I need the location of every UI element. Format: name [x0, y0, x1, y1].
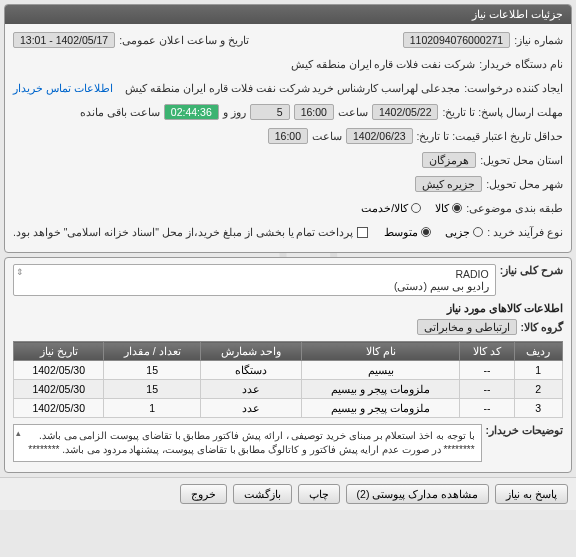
radio-small[interactable]: جزیی	[445, 226, 483, 238]
cell-row: 1	[514, 361, 562, 380]
group-value: ارتباطی و مخابراتی	[417, 319, 517, 335]
cell-code: --	[460, 380, 514, 399]
announce-value: 1402/05/17 - 13:01	[13, 32, 115, 48]
cell-row: 2	[514, 380, 562, 399]
deadline-label: مهلت ارسال پاسخ: تا تاریخ:	[442, 106, 563, 118]
th-name: نام کالا	[302, 342, 460, 361]
th-row: ردیف	[514, 342, 562, 361]
cell-qty: 1	[104, 399, 201, 418]
description-panel: شرح کلی نیاز: ⇕ RADIO رادیو بی سیم (دستی…	[4, 257, 572, 473]
city-value: جزیره کیش	[415, 176, 482, 192]
th-qty: تعداد / مقدار	[104, 342, 201, 361]
th-date: تاریخ نیاز	[14, 342, 104, 361]
validity-label: حداقل تاریخ اعتبار قیمت: تا تاریخ:	[417, 130, 563, 142]
cell-qty: 15	[104, 380, 201, 399]
time-label2: ساعت	[312, 130, 342, 142]
table-row[interactable]: 2--ملزومات پیجر و بیسیمعدد151402/05/30	[14, 380, 563, 399]
requester-value: مجدعلی لهراسب کارشناس خرید شرکت نفت فلات…	[125, 82, 460, 94]
province-value: هرمزگان	[422, 152, 476, 168]
cell-date: 1402/05/30	[14, 380, 104, 399]
days-suffix: روز و	[223, 106, 246, 118]
days-count: 5	[250, 104, 290, 120]
cell-unit: عدد	[200, 399, 301, 418]
resize-icon: ⇕	[16, 267, 24, 277]
radio-dot-icon	[452, 203, 462, 213]
cell-unit: دستگاه	[200, 361, 301, 380]
buyer-note-label: توضیحات خریدار:	[486, 424, 563, 436]
cell-name: ملزومات پیجر و بیسیم	[302, 380, 460, 399]
back-button[interactable]: بازگشت	[233, 484, 292, 504]
desc-label: شرح کلی نیاز:	[500, 264, 563, 276]
cell-unit: عدد	[200, 380, 301, 399]
cell-qty: 15	[104, 361, 201, 380]
contact-link[interactable]: اطلاعات تماس خریدار	[13, 82, 113, 94]
cell-row: 3	[514, 399, 562, 418]
radio-dot-icon	[411, 203, 421, 213]
desc-line1: RADIO	[20, 268, 489, 280]
radio-medium[interactable]: متوسط	[384, 226, 431, 238]
details-panel: جزئیات اطلاعات نیاز شماره نیاز: 11020940…	[4, 4, 572, 253]
panel-title: جزئیات اطلاعات نیاز	[5, 5, 571, 24]
need-number-value: 1102094076000271	[403, 32, 510, 48]
requester-label: ایجاد کننده درخواست:	[464, 82, 563, 94]
desc-line2: رادیو بی سیم (دستی)	[20, 280, 489, 292]
treasury-checkbox[interactable]	[357, 227, 368, 238]
province-label: استان محل تحویل:	[480, 154, 563, 166]
validity-date: 1402/06/23	[346, 128, 413, 144]
buyer-note-box[interactable]: ▴ با توجه به اخذ استعلام بر مبنای خرید ت…	[13, 424, 482, 462]
buyer-note-text: با توجه به اخذ استعلام بر مبنای خرید توص…	[28, 430, 474, 455]
radio-small-label: جزیی	[445, 226, 470, 238]
th-unit: واحد شمارش	[200, 342, 301, 361]
cell-code: --	[460, 399, 514, 418]
announce-label: تاریخ و ساعت اعلان عمومی:	[119, 34, 249, 46]
buyer-org-value: شرکت نفت فلات قاره ایران منطقه کیش	[291, 58, 476, 70]
need-number-label: شماره نیاز:	[514, 34, 563, 46]
process-label: نوع فرآیند خرید :	[487, 226, 563, 238]
docs-button[interactable]: مشاهده مدارک پیوستی (2)	[346, 484, 490, 504]
exit-button[interactable]: خروج	[180, 484, 227, 504]
buyer-org-label: نام دستگاه خریدار:	[479, 58, 563, 70]
radio-service-label: کالا/خدمت	[361, 202, 408, 214]
city-label: شهر محل تحویل:	[486, 178, 563, 190]
countdown: 02:44:36	[164, 104, 219, 120]
category-label: طبقه بندی موضوعی:	[466, 202, 563, 214]
print-button[interactable]: چاپ	[298, 484, 340, 504]
items-table: ردیف کد کالا نام کالا واحد شمارش تعداد /…	[13, 341, 563, 418]
reply-button[interactable]: پاسخ به نیاز	[495, 484, 568, 504]
remaining-suffix: ساعت باقی مانده	[80, 106, 160, 118]
scroll-up-icon[interactable]: ▴	[16, 427, 21, 440]
table-row[interactable]: 3--ملزومات پیجر و بیسیمعدد11402/05/30	[14, 399, 563, 418]
validity-time: 16:00	[268, 128, 308, 144]
cell-date: 1402/05/30	[14, 361, 104, 380]
deadline-date: 1402/05/22	[372, 104, 439, 120]
radio-dot-icon	[421, 227, 431, 237]
pay-note: پرداخت تمام یا بخشی از مبلغ خرید،از محل …	[13, 226, 353, 238]
group-label: گروه کالا:	[521, 321, 563, 333]
desc-textarea[interactable]: ⇕ RADIO رادیو بی سیم (دستی)	[13, 264, 496, 296]
radio-service[interactable]: کالا/خدمت	[361, 202, 421, 214]
button-bar: پاسخ به نیاز مشاهده مدارک پیوستی (2) چاپ…	[0, 477, 576, 510]
cell-date: 1402/05/30	[14, 399, 104, 418]
items-section-title: اطلاعات کالاهای مورد نیاز	[13, 302, 563, 315]
deadline-time: 16:00	[294, 104, 334, 120]
th-code: کد کالا	[460, 342, 514, 361]
cell-code: --	[460, 361, 514, 380]
radio-goods[interactable]: کالا	[435, 202, 462, 214]
table-row[interactable]: 1--بیسیمدستگاه151402/05/30	[14, 361, 563, 380]
time-label1: ساعت	[338, 106, 368, 118]
cell-name: ملزومات پیجر و بیسیم	[302, 399, 460, 418]
radio-goods-label: کالا	[435, 202, 449, 214]
radio-medium-label: متوسط	[384, 226, 418, 238]
cell-name: بیسیم	[302, 361, 460, 380]
radio-dot-icon	[473, 227, 483, 237]
